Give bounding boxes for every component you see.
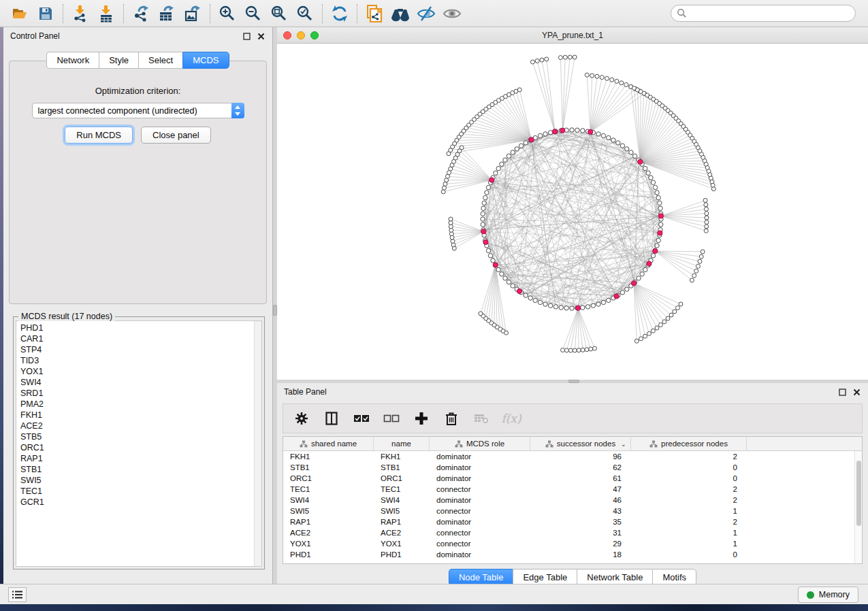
result-scrollbar[interactable] — [254, 321, 261, 566]
result-node[interactable]: PHD1 — [20, 323, 254, 333]
network-node[interactable] — [511, 150, 515, 154]
network-node[interactable] — [607, 298, 611, 302]
satellite-node[interactable] — [692, 274, 696, 278]
network-node[interactable] — [581, 129, 585, 133]
network-node[interactable] — [507, 154, 511, 158]
network-node[interactable] — [658, 201, 662, 205]
network-node[interactable] — [496, 267, 500, 271]
network-node[interactable] — [496, 166, 500, 170]
network-node[interactable] — [488, 254, 492, 258]
network-node[interactable] — [564, 306, 568, 310]
tab-select[interactable]: Select — [138, 52, 182, 69]
float-table-panel-button[interactable] — [838, 388, 847, 397]
run-mcds-button[interactable]: Run MCDS — [65, 127, 133, 144]
satellite-node[interactable] — [704, 203, 708, 207]
table-scrollbar[interactable] — [854, 451, 862, 563]
close-panel-button-mcds[interactable]: Close panel — [141, 127, 211, 144]
satellite-node[interactable] — [705, 212, 709, 216]
column-layout-icon[interactable] — [323, 409, 340, 428]
satellite-node[interactable] — [600, 76, 604, 80]
delete-column-icon[interactable] — [443, 409, 460, 428]
network-node[interactable] — [620, 291, 624, 295]
satellite-node[interactable] — [620, 81, 624, 85]
unselect-all-columns-icon[interactable] — [383, 409, 400, 428]
network-node[interactable] — [511, 284, 515, 288]
satellite-node[interactable] — [698, 259, 702, 263]
satellite-node[interactable] — [658, 323, 662, 327]
satellite-node[interactable] — [615, 79, 619, 83]
network-node[interactable] — [500, 272, 504, 276]
result-node[interactable]: SWI5 — [20, 475, 254, 486]
result-node[interactable]: SWI4 — [20, 377, 254, 388]
network-node[interactable] — [581, 306, 585, 310]
mcds-hub-node[interactable] — [588, 129, 593, 134]
satellite-node[interactable] — [701, 250, 705, 254]
network-node[interactable] — [486, 185, 490, 189]
satellite-node[interactable] — [558, 56, 562, 60]
column-header-successor-nodes[interactable]: successor nodes⌄ — [530, 437, 631, 450]
zoom-selected-icon[interactable] — [292, 3, 318, 24]
satellite-node[interactable] — [449, 217, 453, 221]
network-node[interactable] — [553, 305, 558, 309]
maximize-window-icon[interactable] — [310, 31, 319, 39]
network-node[interactable] — [585, 305, 590, 309]
satellite-node[interactable] — [694, 269, 698, 273]
column-header-name[interactable]: name — [374, 437, 430, 450]
network-search-field[interactable] — [671, 5, 856, 22]
mcds-hub-node[interactable] — [529, 137, 534, 142]
network-node[interactable] — [494, 171, 498, 175]
network-node[interactable] — [507, 280, 511, 284]
network-node[interactable] — [503, 276, 507, 280]
table-row[interactable]: YOX1YOX1connector291 — [283, 538, 862, 549]
minimize-window-icon[interactable] — [297, 31, 305, 39]
network-node[interactable] — [486, 248, 490, 252]
satellite-node[interactable] — [703, 198, 707, 202]
result-node[interactable]: SRD1 — [20, 388, 254, 399]
column-header-MCDS-role[interactable]: MCDS role — [430, 437, 530, 450]
satellite-node[interactable] — [573, 55, 577, 59]
result-node[interactable]: ACE2 — [20, 420, 254, 431]
satellite-node[interactable] — [705, 220, 709, 224]
mcds-hub-node[interactable] — [517, 288, 521, 293]
mcds-hub-node[interactable] — [560, 128, 565, 133]
satellite-node[interactable] — [666, 316, 670, 320]
hide-selection-icon[interactable] — [413, 3, 439, 24]
show-selection-icon[interactable] — [439, 3, 465, 24]
satellite-node[interactable] — [564, 348, 568, 352]
save-session-icon[interactable] — [33, 3, 59, 24]
task-history-button[interactable] — [8, 587, 27, 602]
refresh-icon[interactable] — [327, 3, 353, 24]
search-input[interactable] — [687, 9, 855, 18]
network-node[interactable] — [538, 133, 542, 137]
satellite-node[interactable] — [679, 302, 683, 306]
network-node[interactable] — [524, 141, 528, 145]
satellite-node[interactable] — [517, 88, 521, 92]
result-node[interactable]: CAR1 — [20, 333, 254, 344]
satellite-node[interactable] — [676, 306, 680, 310]
satellite-node[interactable] — [573, 348, 577, 352]
tab-mcds[interactable]: MCDS — [182, 52, 229, 69]
mcds-result-list[interactable]: PHD1CAR1STP4TID3YOX1SWI4SRD1PMA2FKH1ACE2… — [16, 320, 262, 567]
table-row[interactable]: SWI4SWI4dominator462 — [283, 495, 862, 506]
network-view-titlebar[interactable]: YPA_prune.txt_1 — [277, 27, 868, 44]
network-canvas[interactable] — [277, 44, 868, 379]
tab-style[interactable]: Style — [99, 52, 138, 69]
export-network-icon[interactable] — [128, 3, 154, 24]
satellite-node[interactable] — [705, 216, 709, 220]
zoom-in-icon[interactable] — [214, 3, 240, 24]
table-row[interactable]: FKH1FKH1dominator962 — [283, 451, 862, 462]
mcds-hub-node[interactable] — [658, 214, 663, 218]
network-node[interactable] — [655, 244, 659, 248]
network-node[interactable] — [632, 154, 637, 158]
satellite-node[interactable] — [561, 348, 565, 352]
result-node[interactable]: TEC1 — [20, 486, 254, 497]
mcds-hub-node[interactable] — [647, 261, 652, 266]
network-node[interactable] — [658, 206, 662, 210]
satellite-node[interactable] — [639, 337, 643, 341]
mcds-hub-node[interactable] — [631, 281, 636, 286]
satellite-node[interactable] — [605, 76, 609, 80]
satellite-node[interactable] — [443, 182, 447, 186]
sort-chevron-icon[interactable]: ⌄ — [621, 440, 626, 448]
zoom-out-icon[interactable] — [240, 3, 266, 24]
satellite-node[interactable] — [540, 58, 544, 62]
